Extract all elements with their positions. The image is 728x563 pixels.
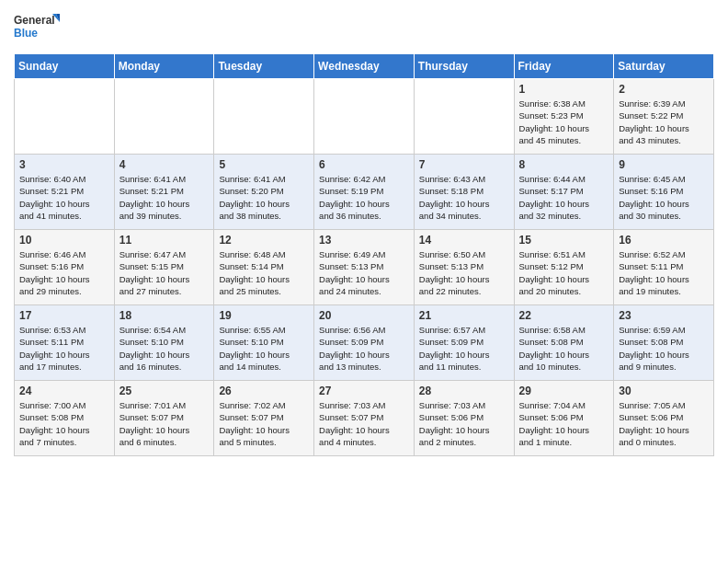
day-info: Sunrise: 6:53 AMSunset: 5:11 PMDaylight:…	[19, 324, 109, 373]
day-info: Sunrise: 6:45 AMSunset: 5:16 PMDaylight:…	[619, 173, 709, 222]
day-info: Sunrise: 6:41 AMSunset: 5:20 PMDaylight:…	[219, 173, 309, 222]
day-number: 30	[619, 385, 709, 397]
day-info: Sunrise: 6:44 AMSunset: 5:17 PMDaylight:…	[519, 173, 609, 222]
calendar-cell: 28Sunrise: 7:03 AMSunset: 5:06 PMDayligh…	[414, 381, 514, 456]
day-number: 14	[419, 234, 509, 247]
day-number: 2	[619, 83, 709, 96]
day-number: 11	[119, 234, 210, 247]
header-monday: Monday	[114, 54, 214, 79]
calendar-cell	[114, 79, 214, 155]
day-number: 18	[119, 309, 210, 322]
calendar-cell: 7Sunrise: 6:43 AMSunset: 5:18 PMDaylight…	[414, 155, 514, 230]
day-number: 9	[619, 158, 709, 171]
day-number: 24	[19, 385, 109, 397]
calendar-cell: 4Sunrise: 6:41 AMSunset: 5:21 PMDaylight…	[114, 155, 214, 230]
day-info: Sunrise: 7:03 AMSunset: 5:07 PMDaylight:…	[319, 399, 409, 448]
day-info: Sunrise: 7:00 AMSunset: 5:08 PMDaylight:…	[19, 399, 109, 448]
svg-text:Blue: Blue	[14, 27, 38, 40]
day-info: Sunrise: 6:51 AMSunset: 5:12 PMDaylight:…	[519, 248, 609, 297]
calendar-cell	[314, 79, 415, 155]
calendar-week-row: 17Sunrise: 6:53 AMSunset: 5:11 PMDayligh…	[15, 305, 714, 381]
calendar-cell: 29Sunrise: 7:04 AMSunset: 5:06 PMDayligh…	[514, 381, 614, 456]
day-info: Sunrise: 6:47 AMSunset: 5:15 PMDaylight:…	[119, 248, 210, 297]
header-friday: Friday	[514, 54, 614, 79]
day-info: Sunrise: 6:43 AMSunset: 5:18 PMDaylight:…	[419, 173, 509, 222]
day-number: 7	[419, 158, 509, 171]
day-number: 10	[19, 234, 109, 247]
day-info: Sunrise: 6:56 AMSunset: 5:09 PMDaylight:…	[319, 324, 409, 373]
day-number: 27	[319, 385, 409, 397]
header-wednesday: Wednesday	[314, 54, 415, 79]
day-number: 21	[419, 309, 509, 322]
day-info: Sunrise: 7:05 AMSunset: 5:06 PMDaylight:…	[619, 399, 709, 448]
calendar-cell: 9Sunrise: 6:45 AMSunset: 5:16 PMDaylight…	[614, 155, 714, 230]
calendar-cell: 6Sunrise: 6:42 AMSunset: 5:19 PMDaylight…	[314, 155, 415, 230]
day-info: Sunrise: 6:55 AMSunset: 5:10 PMDaylight:…	[219, 324, 309, 373]
day-info: Sunrise: 6:42 AMSunset: 5:19 PMDaylight:…	[319, 173, 409, 222]
day-number: 26	[219, 385, 309, 397]
calendar-cell	[15, 79, 115, 155]
day-info: Sunrise: 6:57 AMSunset: 5:09 PMDaylight:…	[419, 324, 509, 373]
day-info: Sunrise: 6:41 AMSunset: 5:21 PMDaylight:…	[119, 173, 210, 222]
calendar-cell: 8Sunrise: 6:44 AMSunset: 5:17 PMDaylight…	[514, 155, 614, 230]
header-thursday: Thursday	[414, 54, 514, 79]
calendar-cell: 1Sunrise: 6:38 AMSunset: 5:23 PMDaylight…	[514, 79, 614, 155]
calendar-cell: 2Sunrise: 6:39 AMSunset: 5:22 PMDaylight…	[614, 79, 714, 155]
calendar-cell: 22Sunrise: 6:58 AMSunset: 5:08 PMDayligh…	[514, 305, 614, 381]
day-number: 15	[519, 234, 609, 247]
day-number: 3	[19, 158, 109, 171]
logo: General Blue	[14, 9, 60, 46]
day-number: 17	[19, 309, 109, 322]
day-number: 16	[619, 234, 709, 247]
calendar-cell: 19Sunrise: 6:55 AMSunset: 5:10 PMDayligh…	[214, 305, 314, 381]
calendar-cell: 12Sunrise: 6:48 AMSunset: 5:14 PMDayligh…	[214, 230, 314, 305]
calendar-cell: 21Sunrise: 6:57 AMSunset: 5:09 PMDayligh…	[414, 305, 514, 381]
day-info: Sunrise: 6:39 AMSunset: 5:22 PMDaylight:…	[619, 98, 709, 146]
day-info: Sunrise: 7:02 AMSunset: 5:07 PMDaylight:…	[219, 399, 309, 448]
day-number: 13	[319, 234, 409, 247]
day-info: Sunrise: 6:54 AMSunset: 5:10 PMDaylight:…	[119, 324, 210, 373]
day-info: Sunrise: 6:58 AMSunset: 5:08 PMDaylight:…	[519, 324, 609, 373]
page-header: General Blue	[14, 9, 714, 46]
day-number: 12	[219, 234, 309, 247]
calendar-cell: 14Sunrise: 6:50 AMSunset: 5:13 PMDayligh…	[414, 230, 514, 305]
calendar-cell	[414, 79, 514, 155]
calendar-week-row: 24Sunrise: 7:00 AMSunset: 5:08 PMDayligh…	[15, 381, 714, 456]
day-number: 29	[519, 385, 609, 397]
day-number: 8	[519, 158, 609, 171]
logo-svg: General Blue	[14, 9, 60, 46]
calendar-cell	[214, 79, 314, 155]
day-number: 25	[119, 385, 210, 397]
day-info: Sunrise: 6:40 AMSunset: 5:21 PMDaylight:…	[19, 173, 109, 222]
day-info: Sunrise: 7:01 AMSunset: 5:07 PMDaylight:…	[119, 399, 210, 448]
day-info: Sunrise: 6:59 AMSunset: 5:08 PMDaylight:…	[619, 324, 709, 373]
day-number: 22	[519, 309, 609, 322]
calendar-cell: 26Sunrise: 7:02 AMSunset: 5:07 PMDayligh…	[214, 381, 314, 456]
calendar-cell: 13Sunrise: 6:49 AMSunset: 5:13 PMDayligh…	[314, 230, 415, 305]
calendar-table: SundayMondayTuesdayWednesdayThursdayFrid…	[14, 53, 714, 456]
day-number: 19	[219, 309, 309, 322]
svg-text:General: General	[14, 14, 55, 27]
day-number: 5	[219, 158, 309, 171]
day-info: Sunrise: 7:03 AMSunset: 5:06 PMDaylight:…	[419, 399, 509, 448]
header-sunday: Sunday	[15, 54, 115, 79]
calendar-cell: 20Sunrise: 6:56 AMSunset: 5:09 PMDayligh…	[314, 305, 415, 381]
calendar-header-row: SundayMondayTuesdayWednesdayThursdayFrid…	[15, 54, 714, 79]
calendar-cell: 24Sunrise: 7:00 AMSunset: 5:08 PMDayligh…	[15, 381, 115, 456]
calendar-week-row: 3Sunrise: 6:40 AMSunset: 5:21 PMDaylight…	[15, 155, 714, 230]
day-info: Sunrise: 6:46 AMSunset: 5:16 PMDaylight:…	[19, 248, 109, 297]
header-saturday: Saturday	[614, 54, 714, 79]
calendar-cell: 17Sunrise: 6:53 AMSunset: 5:11 PMDayligh…	[15, 305, 115, 381]
day-number: 4	[119, 158, 210, 171]
day-info: Sunrise: 6:48 AMSunset: 5:14 PMDaylight:…	[219, 248, 309, 297]
day-info: Sunrise: 6:49 AMSunset: 5:13 PMDaylight:…	[319, 248, 409, 297]
day-number: 1	[519, 83, 609, 96]
calendar-cell: 10Sunrise: 6:46 AMSunset: 5:16 PMDayligh…	[15, 230, 115, 305]
day-number: 6	[319, 158, 409, 171]
calendar-cell: 27Sunrise: 7:03 AMSunset: 5:07 PMDayligh…	[314, 381, 415, 456]
day-info: Sunrise: 7:04 AMSunset: 5:06 PMDaylight:…	[519, 399, 609, 448]
calendar-cell: 18Sunrise: 6:54 AMSunset: 5:10 PMDayligh…	[114, 305, 214, 381]
calendar-week-row: 10Sunrise: 6:46 AMSunset: 5:16 PMDayligh…	[15, 230, 714, 305]
day-number: 20	[319, 309, 409, 322]
calendar-cell: 16Sunrise: 6:52 AMSunset: 5:11 PMDayligh…	[614, 230, 714, 305]
